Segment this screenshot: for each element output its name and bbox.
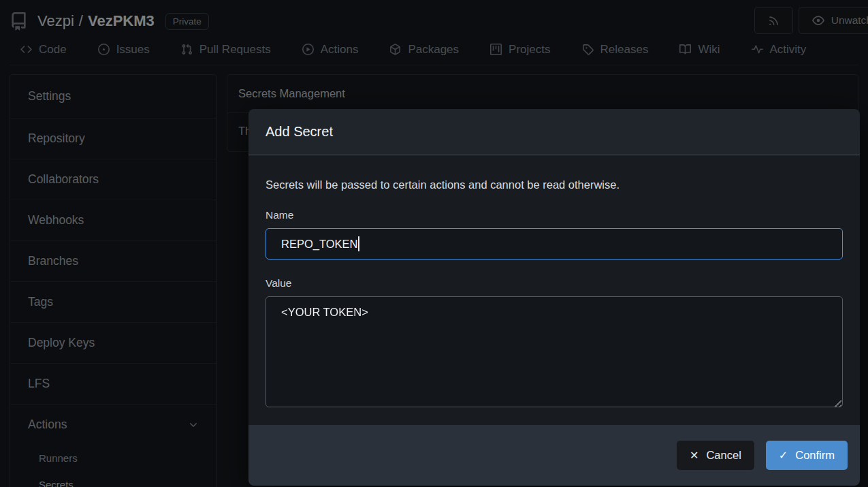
- check-icon: ✓: [779, 450, 788, 461]
- add-secret-modal: Add Secret Secrets will be passed to cer…: [248, 109, 860, 486]
- x-icon: ✕: [690, 450, 698, 461]
- text-cursor: [358, 236, 359, 251]
- modal-footer: ✕ Cancel ✓ Confirm: [248, 425, 860, 486]
- modal-body: Secrets will be passed to certain action…: [248, 155, 860, 425]
- secret-name-input[interactable]: REPO_TOKEN: [266, 228, 843, 260]
- cancel-button[interactable]: ✕ Cancel: [677, 441, 754, 470]
- modal-description: Secrets will be passed to certain action…: [266, 178, 843, 191]
- confirm-button[interactable]: ✓ Confirm: [766, 441, 848, 470]
- secret-name-value: REPO_TOKEN: [281, 238, 357, 251]
- secret-value-textarea[interactable]: <YOUR TOKEN>: [266, 296, 843, 407]
- modal-title: Add Secret: [266, 124, 333, 140]
- name-label: Name: [266, 209, 843, 221]
- value-label: Value: [266, 277, 843, 289]
- modal-header: Add Secret: [248, 109, 860, 155]
